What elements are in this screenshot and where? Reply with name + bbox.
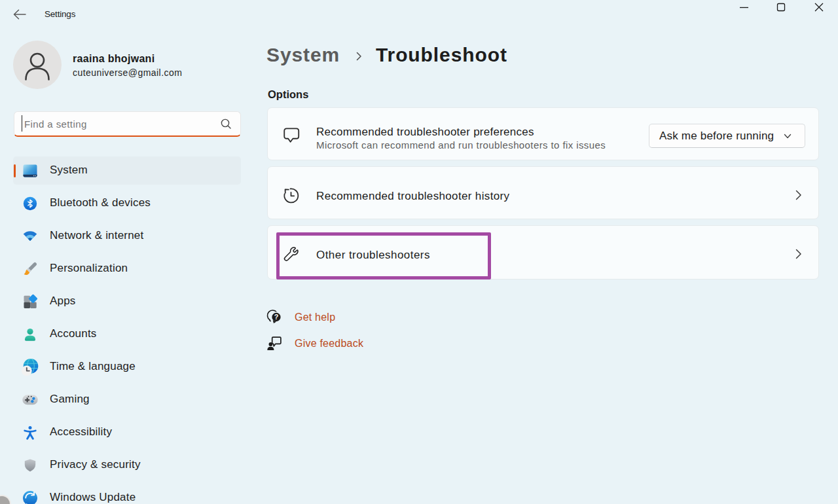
svg-text:?: ?: [274, 313, 279, 321]
